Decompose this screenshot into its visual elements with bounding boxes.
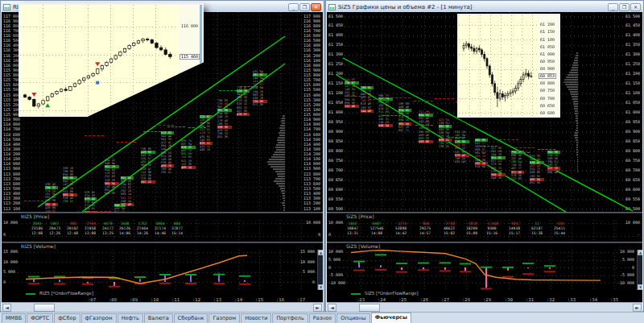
inset-current-price-label: 115 460: [180, 54, 200, 60]
taskbar-tab-4[interactable]: фГазпром: [81, 313, 117, 323]
cluster-block: 431 64267 87240 94111 64751 67850 94194 …: [253, 70, 267, 107]
volume-stats-column: -27684062215:02: [437, 222, 461, 236]
scroll-left-button[interactable]: ◄: [2, 304, 11, 312]
cluster-block: 706 89419 95843 35255 57431 67965 56333 …: [141, 147, 155, 184]
volume-stats-column: -4302541115:44: [547, 222, 572, 236]
close-button[interactable]: ✕: [311, 3, 321, 11]
cluster-block: 623 82541 44641 33472 41694 16144 35990 …: [161, 131, 174, 176]
restore-button[interactable]: ❐: [619, 3, 630, 11]
scroll-right-button[interactable]: ►: [633, 304, 642, 312]
cluster-row: 667 71: [398, 129, 411, 132]
cluster-block: 544 89736 67117 11148 35107 11438 58994 …: [345, 78, 359, 110]
inset-axis-label: 116 000: [181, 24, 198, 28]
cluster-row: 648 28: [491, 176, 506, 180]
titlebar[interactable]: SiZ5 Графики цены и объема #2 - [1 минут…: [327, 2, 642, 12]
scrollbar-thumb[interactable]: [359, 304, 380, 312]
sell-level-dash: [499, 139, 518, 140]
inset-axis-label: 60 600: [540, 111, 555, 115]
volume-pane[interactable]: 10 000010 000-16631084713:31640712754614…: [327, 220, 642, 242]
scroll-left-button[interactable]: ◄: [328, 304, 336, 312]
close-button[interactable]: ✕: [630, 3, 641, 11]
inset-axis-label: 61 200: [540, 23, 555, 27]
orderflow-legend-label: SiZ5 [*OrderFlowRange]: [365, 291, 419, 296]
scroll-up-button[interactable]: ▲: [318, 250, 323, 255]
taskbar-tab-9[interactable]: Новости: [241, 313, 271, 323]
taskbar-tab-13[interactable]: Фьючерсы: [371, 313, 411, 323]
scroll-right-button[interactable]: ►: [313, 304, 322, 312]
taskbar-tab-10[interactable]: Портфель: [272, 313, 308, 323]
sell-level-dash: [414, 101, 433, 101]
bar-time: 15:16: [480, 231, 504, 236]
inset-axis-label: 60 800: [540, 81, 555, 85]
volume-stats-column: -11468930015:16: [480, 222, 504, 236]
taskbar-tab-3[interactable]: фСбер: [54, 313, 80, 323]
cluster-row: 466 10: [200, 148, 213, 151]
window-title: SiZ5 Графики цены и объема #2 - [1 минут…: [338, 4, 473, 10]
volume-scale-label: 0: [3, 233, 6, 237]
inset-chart-window: 61 20061 15061 10061 05061 00060 95060 9…: [457, 14, 560, 118]
buy-level-dash: [538, 149, 555, 150]
sell-level-dash: [24, 201, 43, 201]
scrollbar-thumb[interactable]: [34, 304, 55, 312]
inset-axis-label: 115 000: [181, 81, 198, 85]
sell-level-dash: [391, 97, 411, 98]
orderflow-pane[interactable]: 15 00015 00010 00010 0005 0005 00000▲▼: [2, 250, 323, 290]
horizontal-scrollbar[interactable]: ◄►: [2, 302, 323, 312]
volume-scale-label: 10 000: [625, 221, 640, 225]
pane-separator: [327, 242, 642, 243]
volume-pane[interactable]: 10 000010 000026452318612:0810672047312:…: [2, 220, 323, 242]
horizontal-scrollbar[interactable]: ◄►: [327, 302, 642, 312]
price-pane-label-row: RIZ5 [Price]: [2, 213, 323, 220]
cluster-row: 801 36: [217, 135, 232, 139]
inset-candles: [20, 5, 178, 115]
cluster-row: 593 89: [419, 140, 433, 143]
bar-time: 14:08: [365, 231, 389, 236]
volume-stats-column: 6863707715:14: [165, 222, 189, 236]
taskbar-tab-11[interactable]: Разное: [309, 313, 336, 323]
taskbar-tab-1[interactable]: ММВБ: [2, 313, 26, 323]
volume-pane-label-row: RIZ5 [Volume]: [2, 242, 323, 250]
chart-window-left: RIZ5_❐✕117 000117 000116 900116 900116 8…: [0, 0, 324, 312]
volume-stats-column: -12745389814:42: [389, 222, 413, 236]
cluster-block: 899 75837 34818 22462 75691 59711 95921 …: [181, 139, 196, 172]
sell-level-dash: [515, 147, 535, 148]
taskbar-tab-2[interactable]: ФОРТС: [27, 313, 53, 323]
cluster-block: 199 38406 48654 55409 26174 16694 55395 …: [398, 102, 411, 135]
grid-hline: [327, 236, 642, 237]
inset-chart-area: [459, 15, 537, 116]
taskbar-tab-6[interactable]: Валюта: [144, 313, 173, 323]
flow-vertical-scrollbar[interactable]: ▲▼: [317, 250, 323, 290]
buy-level-dash: [415, 125, 433, 126]
taskbar: ММВБФОРТСфСберфГазпромНефтьВалютаСбербан…: [0, 312, 644, 323]
cluster-block: 482 83692 77562 20869 57961 80435 10580 …: [475, 139, 488, 171]
cluster-block: 527 98601 58544 76351 82677 12573 50832 …: [491, 147, 506, 180]
orderflow-legend-dash: [351, 293, 361, 295]
scroll-down-button[interactable]: ▼: [638, 284, 642, 290]
taskbar-tab-12[interactable]: Опционы: [336, 313, 369, 323]
cluster-row: 671 90: [253, 103, 267, 106]
volume-stats-column: -8602937514:57: [413, 222, 437, 236]
scroll-up-button[interactable]: ▲: [638, 250, 642, 255]
restore-button[interactable]: ❐: [299, 3, 310, 11]
volume-stats-column: 640712754614:08: [365, 222, 389, 236]
orderflow-pane[interactable]: 10 00010 0005 0005 00000-5 000-5 000-10 …: [327, 250, 642, 290]
cluster-block: 384 15668 56267 40289 54756 52487 77377 …: [511, 151, 524, 181]
minimize-button[interactable]: _: [288, 3, 299, 11]
inset-chart-frame: 116 000115 000115 460: [19, 3, 204, 117]
cluster-row: 235 51: [161, 171, 174, 174]
volume-scale-label: 10 000: [3, 221, 18, 225]
grid-hline: [2, 236, 323, 237]
scroll-down-button[interactable]: ▼: [318, 284, 323, 290]
flow-vertical-scrollbar[interactable]: ▲▼: [637, 250, 642, 290]
taskbar-tab-5[interactable]: Нефть: [118, 313, 143, 323]
cluster-row: 691 96: [530, 181, 544, 184]
taskbar-tab-8[interactable]: Газпром: [208, 313, 240, 323]
inset-chart-area: [20, 5, 178, 115]
cluster-row: 625 49: [455, 160, 469, 164]
orderflow-legend-label: RIZ5 [*OrderFlowRange]: [39, 291, 93, 296]
inset-axis-label: 61 050: [540, 45, 555, 49]
cluster-row: 469 14: [181, 166, 196, 169]
taskbar-tab-7[interactable]: Сбербанк: [174, 313, 208, 323]
cluster-block: 780 83206 34387 21361 96204 98248 70178 …: [217, 99, 232, 139]
minimize-button[interactable]: _: [608, 3, 618, 11]
